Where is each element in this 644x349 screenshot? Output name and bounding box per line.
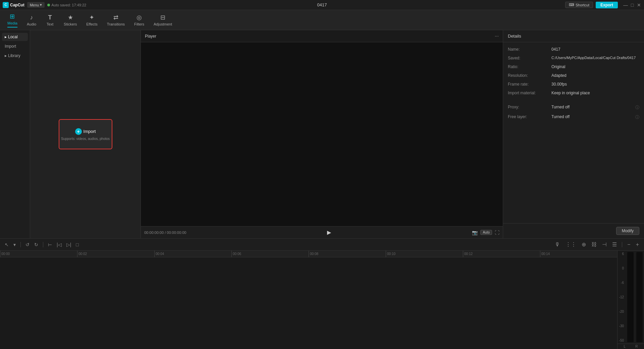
detail-row-resolution: Resolution: Adapted — [508, 73, 639, 78]
volume-meter-right — [636, 252, 643, 342]
ruler-tick-4: 00:08 — [309, 251, 386, 257]
screenshot-button[interactable]: 📷 — [472, 230, 478, 235]
timeline-content: 00:00 00:02 00:04 00:06 00:08 00:10 00:1… — [0, 251, 644, 349]
free-layer-info-icon[interactable]: ⓘ — [635, 114, 639, 120]
player-canvas — [141, 42, 503, 226]
sidebar-item-import[interactable]: Import — [2, 42, 28, 50]
menu-button[interactable]: Menu ▾ — [27, 2, 45, 8]
sidebar-item-library[interactable]: ▸ Library — [2, 52, 28, 60]
adjustment-label: Adjustment — [154, 22, 172, 26]
shortcut-button[interactable]: ⌨ Shortcut — [565, 2, 593, 8]
player-menu-icon[interactable]: ⋯ — [495, 34, 499, 39]
tl-separator-2 — [43, 242, 43, 247]
effects-icon: ✦ — [89, 14, 94, 21]
effects-label: Effects — [86, 22, 97, 26]
filters-label: Filters — [134, 22, 144, 26]
left-panel: ▸ Local Import ▸ Library + Import Su — [0, 30, 141, 238]
title-bar-left: C CapCut Menu ▾ Auto saved: 17:49:22 — [3, 2, 216, 8]
toolbar-item-stickers[interactable]: ★ Stickers — [60, 12, 81, 28]
tl-separator-1 — [20, 242, 21, 247]
project-title: 0417 — [216, 2, 429, 7]
ruler-ticks: 00:00 00:02 00:04 00:06 00:08 00:10 00:1… — [0, 251, 617, 257]
player-controls: ▶ — [327, 229, 331, 236]
tl-separator-3 — [622, 242, 622, 247]
detail-row-saved: Saved: C:/Users/MyPC/AppData/Local/CapCu… — [508, 56, 639, 60]
volume-meter-left — [627, 252, 634, 342]
split2-button[interactable]: ⊣ — [600, 241, 608, 248]
left-sidebar: ▸ Local Import ▸ Library — [0, 30, 30, 238]
import-box[interactable]: + Import Supports: videos, audios, photo… — [59, 119, 112, 149]
toolbar-item-effects[interactable]: ✦ Effects — [82, 12, 101, 28]
toolbar-item-adjustment[interactable]: ⊟ Adjustment — [150, 12, 176, 28]
proxy-info-icon[interactable]: ⓘ — [635, 105, 639, 110]
cursor-dropdown-button[interactable]: ▾ — [12, 241, 17, 248]
stickers-label: Stickers — [64, 22, 77, 26]
sidebar-item-local[interactable]: ▸ Local — [2, 33, 28, 41]
toolbar-item-filters[interactable]: ◎ Filters — [130, 12, 148, 28]
import-sub-label: Supports: videos, audios, photos — [61, 137, 110, 141]
ruler-tick-5: 00:10 — [386, 251, 463, 257]
main-toolbar: ⊞ Media ♪ Audio T Text ★ Stickers ✦ Effe… — [0, 10, 644, 30]
ruler-tick-6: 00:12 — [463, 251, 540, 257]
detail-row-proxy: Proxy: Turned off ⓘ — [508, 105, 639, 110]
detail-row-free-layer: Free layer: Turned off ⓘ — [508, 114, 639, 120]
audio-icon: ♪ — [30, 14, 33, 21]
modify-button[interactable]: Modify — [616, 227, 639, 235]
transitions-label: Transitions — [107, 22, 125, 26]
media-panel: + Import Supports: videos, audios, photo… — [30, 30, 141, 238]
details-panel: Details Name: 0417 Saved: C:/Users/MyPC/… — [503, 30, 644, 238]
title-bar-right: ⌨ Shortcut Export — □ ✕ — [428, 2, 641, 8]
magnet-button[interactable]: ⊕ — [580, 241, 588, 248]
play-button[interactable]: ▶ — [327, 229, 331, 236]
minimize-button[interactable]: — — [623, 3, 628, 7]
keyboard-icon: ⌨ — [569, 3, 574, 7]
auto-saved-status: Auto saved: 17:49:22 — [47, 3, 86, 7]
undo-button[interactable]: ↺ — [24, 241, 31, 248]
trim-out-button[interactable]: ▷| — [65, 241, 73, 248]
player-title: Player — [145, 34, 156, 39]
timeline-left: 00:00 00:02 00:04 00:06 00:08 00:10 00:1… — [0, 251, 617, 349]
capcut-logo: C CapCut — [3, 2, 24, 8]
lr-labels: L R — [618, 344, 644, 349]
trim-in-button[interactable]: |◁ — [55, 241, 63, 248]
ruler-tick-3: 00:06 — [231, 251, 309, 257]
audio-label: Audio — [27, 22, 36, 26]
comment-button[interactable]: ☰ — [610, 241, 619, 248]
export-button[interactable]: Export — [596, 2, 618, 8]
split-button[interactable]: ⊢ — [47, 241, 53, 248]
maximize-button[interactable]: □ — [630, 3, 635, 7]
timeline-ruler: 00:00 00:02 00:04 00:06 00:08 00:10 00:1… — [0, 251, 617, 257]
ruler-tick-7: 00:14 — [540, 251, 617, 257]
app-name: CapCut — [10, 3, 24, 7]
media-label: Media — [7, 21, 17, 25]
close-button[interactable]: ✕ — [637, 3, 641, 7]
detail-row-framerate: Frame rate: 30.00fps — [508, 82, 639, 87]
fullscreen-button[interactable]: ⛶ — [495, 230, 499, 235]
link-button[interactable]: ⛓ — [590, 241, 598, 248]
title-bar: C CapCut Menu ▾ Auto saved: 17:49:22 041… — [0, 0, 644, 10]
player-time: 00:00:00:00 / 00:00:00:00 — [144, 231, 186, 235]
toolbar-item-text[interactable]: T Text — [42, 12, 58, 28]
zoom-in-button[interactable]: + — [634, 241, 641, 248]
mic-button[interactable]: 🎙 — [553, 241, 562, 248]
toolbar-item-audio[interactable]: ♪ Audio — [23, 12, 40, 28]
left-content: ▸ Local Import ▸ Library + Import Su — [0, 30, 141, 238]
text-icon: T — [48, 14, 52, 21]
volume-scale: 6 0 -6 -12 -20 -30 -50 — [618, 251, 626, 344]
toolbar-item-media[interactable]: ⊞ Media — [3, 11, 21, 30]
snap-button[interactable]: ⋮⋮ — [564, 241, 578, 248]
timeline-right: 6 0 -6 -12 -20 -30 -50 L R — [617, 251, 644, 349]
toolbar-item-transitions[interactable]: ⇄ Transitions — [103, 12, 129, 28]
stickers-icon: ★ — [68, 14, 73, 21]
delete-button[interactable]: □ — [74, 241, 80, 248]
cursor-button[interactable]: ↖ — [3, 241, 10, 248]
filters-icon: ◎ — [137, 14, 142, 21]
ratio-button[interactable]: Auto — [480, 230, 492, 235]
ruler-tick-0: 00:00 — [0, 251, 77, 257]
detail-row-name: Name: 0417 — [508, 47, 639, 52]
player-actions: 📷 Auto ⛶ — [472, 230, 499, 235]
timeline-toolbar: ↖ ▾ ↺ ↻ ⊢ |◁ ▷| □ 🎙 ⋮⋮ ⊕ ⛓ ⊣ ☰ − + — [0, 239, 644, 251]
redo-button[interactable]: ↻ — [33, 241, 40, 248]
zoom-out-button[interactable]: − — [626, 241, 632, 248]
media-icon: ⊞ — [10, 13, 15, 20]
